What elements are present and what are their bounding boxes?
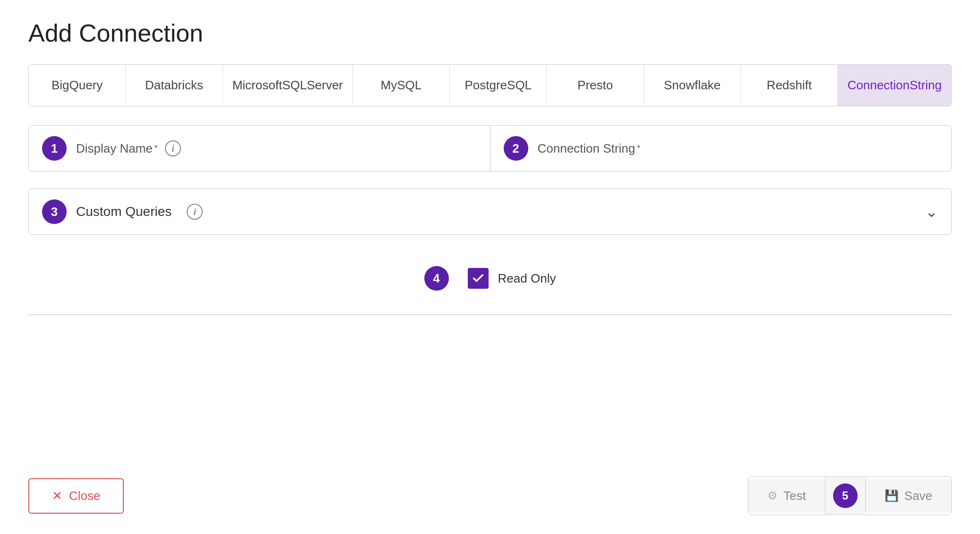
save-button[interactable]: 💾 Save: [865, 479, 951, 513]
save-icon: 💾: [885, 489, 899, 502]
custom-queries-info-icon[interactable]: i: [187, 204, 203, 220]
tab-redshift[interactable]: Redshift: [741, 65, 838, 106]
step-3-circle: 3: [42, 199, 67, 224]
display-name-info-icon[interactable]: i: [165, 140, 181, 156]
fields-row: 1 Display Name * i 2 Connection String *: [28, 125, 952, 172]
custom-queries-label: Custom Queries: [76, 204, 172, 219]
bottom-divider: [28, 314, 952, 315]
close-label: Close: [69, 489, 100, 503]
gear-icon: ⚙: [767, 489, 778, 502]
tab-bar: BigQuery Databricks MicrosoftSQLServer M…: [28, 64, 952, 106]
save-step-circle-container: 5: [825, 477, 865, 515]
custom-queries-section: 3 Custom Queries i ⌄: [28, 189, 952, 235]
read-only-label: Read Only: [498, 271, 556, 286]
read-only-row: 4 Read Only: [28, 252, 952, 305]
step-1-circle: 1: [42, 136, 67, 161]
display-name-field[interactable]: 1 Display Name * i: [29, 126, 490, 171]
chevron-down-icon[interactable]: ⌄: [925, 203, 938, 221]
tab-snowflake[interactable]: Snowflake: [644, 65, 741, 106]
close-button[interactable]: ✕ Close: [28, 478, 124, 514]
connection-string-label: Connection String: [538, 141, 636, 156]
custom-queries-header[interactable]: 3 Custom Queries i ⌄: [29, 189, 951, 234]
page-title: Add Connection: [28, 19, 952, 47]
step-4-circle: 4: [424, 266, 449, 291]
connection-string-field[interactable]: 2 Connection String *: [490, 126, 952, 171]
step-5-circle: 5: [833, 483, 858, 508]
tab-databricks[interactable]: Databricks: [126, 65, 223, 106]
tab-postgresql[interactable]: PostgreSQL: [450, 65, 547, 106]
display-name-label: Display Name: [76, 141, 153, 156]
connection-string-required: *: [637, 144, 640, 153]
display-name-required: *: [155, 144, 157, 153]
tab-mysql[interactable]: MySQL: [353, 65, 450, 106]
bottom-bar: ✕ Close ⚙ Test 5 💾 Save: [28, 476, 952, 515]
read-only-checkbox[interactable]: [468, 268, 489, 289]
test-button[interactable]: ⚙ Test: [748, 479, 825, 513]
test-label: Test: [783, 489, 806, 503]
save-label: Save: [904, 489, 932, 503]
tab-presto[interactable]: Presto: [547, 65, 644, 106]
close-x-icon: ✕: [52, 489, 62, 503]
tab-mssql[interactable]: MicrosoftSQLServer: [223, 65, 353, 106]
step-2-circle: 2: [504, 136, 528, 161]
tab-bigquery[interactable]: BigQuery: [29, 65, 126, 106]
tab-connectionstring[interactable]: ConnectionString: [838, 65, 951, 106]
right-actions: ⚙ Test 5 💾 Save: [748, 476, 952, 515]
